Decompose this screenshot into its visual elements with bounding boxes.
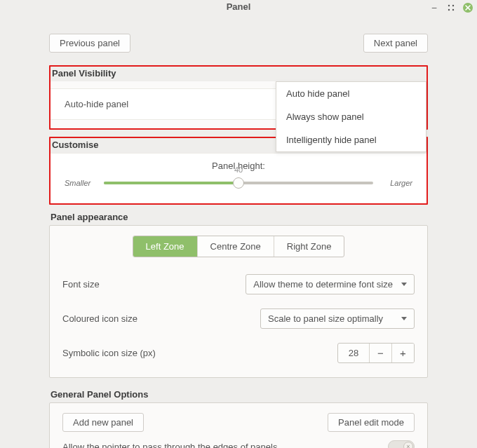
visibility-panel: Auto-hide panel Auto hide panel Always s… bbox=[51, 81, 426, 128]
font-size-value: Allow theme to determine font size bbox=[253, 279, 393, 290]
coloured-icon-value: Scale to panel size optimally bbox=[268, 313, 383, 324]
slider-smaller-label: Smaller bbox=[65, 179, 97, 187]
panel-height-slider: Smaller 40 Larger bbox=[65, 175, 412, 191]
stepper-minus-button[interactable]: − bbox=[369, 344, 391, 362]
symbolic-icon-label: Symbolic icon size (px) bbox=[62, 348, 156, 358]
passthrough-switch[interactable]: × bbox=[388, 440, 415, 448]
general-panel: Add new panel Panel edit mode Allow the … bbox=[49, 402, 428, 448]
zone-right-button[interactable]: Right Zone bbox=[274, 236, 344, 257]
zone-left-button[interactable]: Left Zone bbox=[133, 236, 198, 257]
symbolic-icon-stepper: − + bbox=[337, 343, 415, 363]
svg-point-2 bbox=[448, 9, 450, 11]
panel-visibility-section: Panel Visibility Auto-hide panel Auto hi… bbox=[49, 65, 428, 130]
stepper-plus-button[interactable]: + bbox=[391, 344, 414, 362]
font-size-label: Font size bbox=[62, 279, 100, 290]
chevron-down-icon bbox=[401, 283, 407, 286]
panel-nav: Previous panel Next panel bbox=[49, 34, 428, 53]
general-section: General Panel Options Add new panel Pane… bbox=[49, 389, 428, 448]
slider-value: 40 bbox=[234, 165, 243, 174]
slider-larger-label: Larger bbox=[380, 179, 412, 187]
general-buttons-row: Add new panel Panel edit mode bbox=[62, 413, 415, 432]
section-heading-general: General Panel Options bbox=[51, 389, 428, 400]
passthrough-label: Allow the pointer to pass through the ed… bbox=[62, 442, 277, 449]
section-heading-visibility: Panel Visibility bbox=[51, 67, 426, 81]
minimize-button[interactable]: – bbox=[429, 3, 439, 13]
font-size-select[interactable]: Allow theme to determine font size bbox=[246, 274, 415, 294]
svg-point-3 bbox=[452, 9, 454, 11]
window-buttons: – bbox=[429, 3, 473, 13]
zone-centre-button[interactable]: Centre Zone bbox=[198, 236, 274, 257]
svg-point-0 bbox=[448, 5, 450, 6]
passthrough-row: Allow the pointer to pass through the ed… bbox=[62, 440, 415, 448]
switch-knob: × bbox=[403, 442, 413, 448]
customise-panel: Panel height: Smaller 40 Larger bbox=[51, 153, 426, 203]
coloured-icon-label: Coloured icon size bbox=[62, 313, 137, 324]
section-heading-appearance: Panel appearance bbox=[51, 212, 428, 222]
content: Previous panel Next panel Panel Visibili… bbox=[0, 20, 477, 448]
font-size-row: Font size Allow theme to determine font … bbox=[62, 267, 415, 301]
coloured-icon-row: Coloured icon size Scale to panel size o… bbox=[62, 301, 415, 336]
panel-edit-mode-button[interactable]: Panel edit mode bbox=[328, 413, 415, 432]
symbolic-icon-row: Symbolic icon size (px) − + bbox=[62, 336, 415, 370]
add-new-panel-button[interactable]: Add new panel bbox=[62, 413, 144, 432]
zone-segmented: Left Zone Centre Zone Right Zone bbox=[62, 236, 415, 257]
panel-appearance-section: Panel appearance Left Zone Centre Zone R… bbox=[49, 212, 428, 378]
slider-thumb[interactable] bbox=[233, 177, 244, 189]
next-panel-button[interactable]: Next panel bbox=[363, 34, 428, 53]
slider-track-fill bbox=[104, 182, 238, 184]
visibility-dropdown: Auto hide panel Always show panel Intell… bbox=[276, 81, 426, 152]
coloured-icon-select[interactable]: Scale to panel size optimally bbox=[260, 308, 415, 329]
auto-hide-label: Auto-hide panel bbox=[65, 99, 128, 109]
visibility-option-always-show[interactable]: Always show panel bbox=[276, 105, 426, 128]
window-title: Panel bbox=[0, 1, 477, 12]
maximize-button[interactable] bbox=[446, 3, 456, 13]
titlebar: Panel – bbox=[0, 0, 477, 20]
zone-segmented-control: Left Zone Centre Zone Right Zone bbox=[133, 236, 345, 257]
symbolic-icon-value[interactable] bbox=[338, 344, 369, 362]
visibility-option-intelligent[interactable]: Intelligently hide panel bbox=[276, 128, 426, 151]
panel-height-row: Panel height: Smaller 40 Larger bbox=[51, 153, 426, 203]
slider-track[interactable]: 40 bbox=[104, 175, 373, 191]
close-button[interactable] bbox=[463, 3, 473, 13]
chevron-down-icon bbox=[401, 317, 407, 320]
previous-panel-button[interactable]: Previous panel bbox=[49, 34, 130, 53]
visibility-option-auto-hide[interactable]: Auto hide panel bbox=[276, 82, 426, 105]
appearance-panel: Left Zone Centre Zone Right Zone Font si… bbox=[49, 225, 428, 378]
svg-point-1 bbox=[452, 5, 454, 6]
